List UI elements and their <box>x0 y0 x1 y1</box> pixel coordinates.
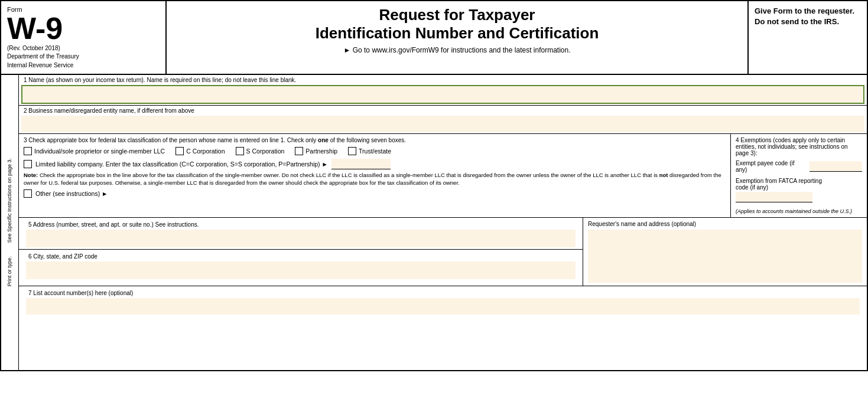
checkbox-individual-label: Individual/sole proprietor or single-mem… <box>34 148 165 155</box>
checkbox-s-corp[interactable] <box>236 147 244 155</box>
fatca-label2: code (if any) <box>736 184 862 191</box>
checkbox-c-corp-label: C Corporation <box>186 148 225 155</box>
checkbox-s-corp-label: S Corporation <box>246 148 285 155</box>
fatca-input[interactable] <box>736 192 812 202</box>
section-34: 3 Check appropriate box for federal tax … <box>19 134 867 218</box>
form-title-section: Request for Taxpayer Identification Numb… <box>167 1 749 74</box>
dept-line2: Internal Revenue Service <box>7 61 160 69</box>
requester-label: Requester's name and address (optional) <box>588 221 862 227</box>
field2-row: 2 Business name/disregarded entity name,… <box>19 106 867 134</box>
field6-input[interactable] <box>26 261 576 279</box>
main-content: 1 Name (as shown on your income tax retu… <box>19 75 867 370</box>
section-56: 5 Address (number, street, and apt. or s… <box>19 218 583 286</box>
other-row: Other (see instructions) ► <box>24 189 726 198</box>
title-line2: Identification Number and Certification <box>316 24 599 42</box>
exempt-payee-input[interactable] <box>810 161 862 172</box>
field2-label: 2 Business name/disregarded entity name,… <box>19 106 867 114</box>
checkbox-partnership-item: Partnership <box>295 147 337 155</box>
section-7: 7 List account number(s) here (optional) <box>19 286 867 316</box>
field6-label: 6 City, state, and ZIP code <box>24 251 578 260</box>
exempt-payee-row: Exempt payee code (if any) <box>736 160 862 173</box>
form-instruction: ► Go to www.irs.gov/FormW9 for instructi… <box>178 46 736 54</box>
section-3: 3 Check appropriate box for federal tax … <box>19 134 731 217</box>
checkbox-individual[interactable] <box>24 147 32 155</box>
field2-input[interactable] <box>21 116 864 132</box>
sidebar: Print or type. See Specific Instructions… <box>1 75 19 370</box>
field1-input[interactable] <box>21 85 864 104</box>
checkbox-trust-label: Trust/estate <box>359 148 391 155</box>
fatca-label1: Exemption from FATCA reporting <box>736 178 862 184</box>
checkbox-individual-item: Individual/sole proprietor or single-mem… <box>24 147 165 155</box>
checkbox-c-corp-item: C Corporation <box>175 147 225 155</box>
field5-input[interactable] <box>26 230 576 247</box>
field1-label: 1 Name (as shown on your income tax retu… <box>19 75 867 84</box>
title-line1: Request for Taxpayer <box>379 6 535 24</box>
form-number: W-9 <box>7 13 160 44</box>
section-56-requester: 5 Address (number, street, and apt. or s… <box>19 218 867 286</box>
form-main-title: Request for Taxpayer Identification Numb… <box>178 6 736 42</box>
form-id-section: Form W-9 (Rev. October 2018) Department … <box>1 1 167 74</box>
w9-form: Form W-9 (Rev. October 2018) Department … <box>0 0 868 371</box>
field1-row: 1 Name (as shown on your income tax retu… <box>19 75 867 106</box>
form-header: Form W-9 (Rev. October 2018) Department … <box>1 1 867 75</box>
requester-input[interactable] <box>588 230 862 283</box>
field7-label: 7 List account number(s) here (optional) <box>24 288 862 297</box>
give-form-notice: Give Form to the requester. Do not send … <box>749 1 867 74</box>
checkbox-other[interactable] <box>24 189 32 198</box>
checkbox-s-corp-item: S Corporation <box>236 147 285 155</box>
sidebar-text: Print or type. See Specific Instructions… <box>6 158 13 286</box>
section-4: 4 Exemptions (codes apply only to certai… <box>731 134 867 217</box>
checkbox-llc[interactable] <box>24 160 32 168</box>
checkbox-c-corp[interactable] <box>175 147 184 155</box>
checkbox-trust[interactable] <box>348 147 356 155</box>
field7-input[interactable] <box>26 298 860 315</box>
exempt-payee-label: Exempt payee code (if any) <box>736 160 807 173</box>
llc-classification-input[interactable] <box>331 159 391 169</box>
fatca-row: Exemption from FATCA reporting code (if … <box>736 178 862 202</box>
form-body: Print or type. See Specific Instructions… <box>1 75 867 370</box>
field4-label: 4 Exemptions (codes apply only to certai… <box>736 137 862 156</box>
other-label: Other (see instructions) ► <box>35 190 108 197</box>
checkbox-partnership[interactable] <box>295 147 303 155</box>
checkbox-partnership-label: Partnership <box>305 148 337 155</box>
section-5: 5 Address (number, street, and apt. or s… <box>19 218 583 250</box>
llc-label: Limited liability company. Enter the tax… <box>35 161 328 168</box>
checkbox-trust-item: Trust/estate <box>348 147 391 155</box>
applies-note: (Applies to accounts maintained outside … <box>736 208 862 214</box>
dept-line1: Department of the Treasury <box>7 53 160 60</box>
rev-date: (Rev. October 2018) <box>7 45 160 51</box>
note-text: Note: Check the appropriate box in the l… <box>24 172 726 187</box>
llc-row: Limited liability company. Enter the tax… <box>24 159 726 169</box>
checkboxes-row: Individual/sole proprietor or single-mem… <box>24 147 726 155</box>
field5-label: 5 Address (number, street, and apt. or s… <box>24 220 578 228</box>
field3-label: 3 Check appropriate box for federal tax … <box>24 137 726 143</box>
section-6: 6 City, state, and ZIP code <box>19 250 583 281</box>
requester-box: Requester's name and address (optional) <box>583 218 867 286</box>
